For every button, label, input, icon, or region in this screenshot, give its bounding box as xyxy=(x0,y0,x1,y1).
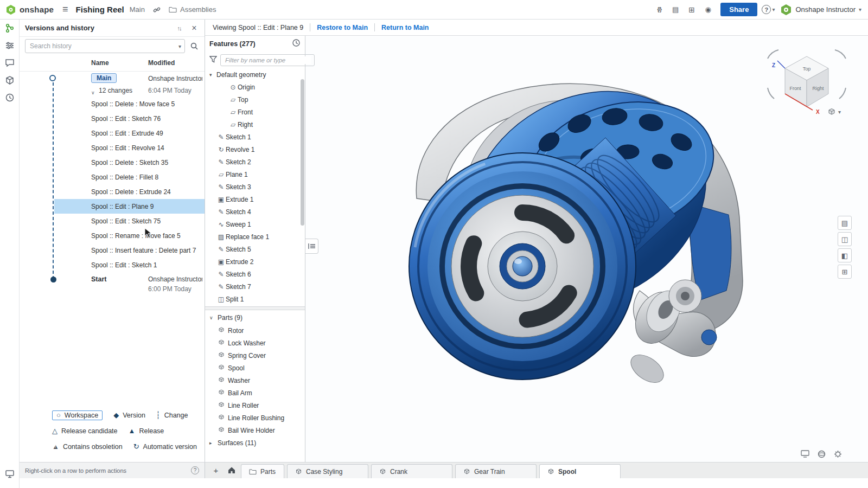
history-search-box[interactable] xyxy=(25,39,185,53)
model-viewport[interactable]: Top Front Right X Z xyxy=(305,36,868,462)
surfaces-section-header[interactable]: Surfaces (11) xyxy=(205,436,305,450)
tree-chevron-icon[interactable] xyxy=(209,72,216,78)
section-view-button[interactable] xyxy=(838,232,852,246)
explode-view-button[interactable] xyxy=(838,265,852,279)
feature-tree-item[interactable]: ▱ Front xyxy=(205,106,305,118)
onshape-logo[interactable]: onshape xyxy=(5,4,54,15)
return-to-main-link[interactable]: Return to Main xyxy=(381,24,429,31)
feature-tree-item[interactable]: ✎ Sketch 2 xyxy=(205,156,305,168)
part-list-item[interactable]: Line Roller Bushing xyxy=(205,412,305,424)
insert-item-icon[interactable] xyxy=(0,37,20,54)
help-menu[interactable] xyxy=(762,5,775,14)
feature-tree-item[interactable]: ✎ Sketch 6 xyxy=(205,268,305,280)
isolate-button[interactable] xyxy=(838,248,852,262)
feature-tree-item[interactable]: ⊙ Origin xyxy=(205,81,305,93)
history-change-row[interactable]: Spool :: Delete : Sketch 35 xyxy=(54,155,205,170)
part-list-item[interactable]: Bail Wire Holder xyxy=(205,424,305,436)
document-tab[interactable]: Case Styling xyxy=(287,464,368,478)
history-change-row[interactable]: Spool :: Edit : Extrude 49 xyxy=(54,126,205,140)
chevron-right-icon[interactable] xyxy=(209,440,216,446)
feature-filter-input[interactable] xyxy=(224,56,311,64)
breadcrumb[interactable]: Assemblies xyxy=(169,5,216,14)
document-tab[interactable]: Spool xyxy=(539,464,621,478)
main-menu-icon[interactable] xyxy=(62,4,68,15)
search-options-chevron-icon[interactable] xyxy=(178,43,181,49)
history-change-row[interactable]: Spool :: Edit : Revolve 14 xyxy=(54,140,205,155)
app-store-icon[interactable] xyxy=(685,3,699,16)
manage-tabs-button[interactable] xyxy=(225,464,238,477)
view-cube[interactable]: Top Front Right X Z xyxy=(768,50,846,115)
monitor-icon[interactable] xyxy=(800,449,810,459)
part-list-item[interactable]: Bail Arm xyxy=(205,387,305,399)
feature-tree-item[interactable]: ▱ Plane 1 xyxy=(205,168,305,181)
comments-icon[interactable] xyxy=(0,54,20,72)
named-views-button[interactable] xyxy=(838,216,852,230)
feature-tree-item[interactable]: ▣ Extrude 2 xyxy=(205,255,305,268)
new-tab-button[interactable] xyxy=(209,464,222,477)
reference-manager-icon[interactable] xyxy=(0,72,20,89)
part-list-item[interactable]: Lock Washer xyxy=(205,337,305,349)
action-history-icon[interactable] xyxy=(0,89,20,106)
feature-tree-item[interactable]: ▱ Top xyxy=(205,93,305,106)
filter-box[interactable] xyxy=(220,54,315,66)
part-list-item[interactable]: Rotor xyxy=(205,324,305,337)
document-title[interactable]: Fishing Reel xyxy=(76,5,124,14)
part-list-item[interactable]: Line Roller xyxy=(205,399,305,412)
screen-share-icon[interactable] xyxy=(0,465,20,483)
learning-center-icon[interactable] xyxy=(701,3,715,16)
feature-tree-item[interactable]: ✎ Sketch 7 xyxy=(205,280,305,293)
history-change-row[interactable]: Spool :: Rename : Move face 5 xyxy=(54,228,205,243)
history-change-row[interactable]: Spool :: Edit : Sketch 1 xyxy=(54,258,205,272)
feature-tree-item[interactable]: ▣ Extrude 1 xyxy=(205,193,305,206)
rollback-history-icon[interactable] xyxy=(292,38,301,49)
status-help-icon[interactable] xyxy=(191,466,199,474)
part-list-item[interactable]: Spool xyxy=(205,362,305,374)
feature-tree-item[interactable]: ↻ Revolve 1 xyxy=(205,143,305,156)
part-list-item[interactable]: Spring Cover xyxy=(205,349,305,362)
parts-section-header[interactable]: Parts (9) xyxy=(205,311,305,324)
featurescript-icon[interactable] xyxy=(652,3,666,16)
feature-tree-item[interactable]: ◫ Split 1 xyxy=(205,293,305,305)
restore-to-main-link[interactable]: Restore to Main xyxy=(317,24,368,31)
user-menu[interactable]: Onshape Instructor xyxy=(780,4,861,16)
gear-icon[interactable] xyxy=(832,449,843,459)
feature-tree-item[interactable]: ✎ Sketch 4 xyxy=(205,206,305,218)
close-panel-icon[interactable] xyxy=(189,23,199,33)
history-change-row[interactable]: Spool :: Edit : Sketch 75 xyxy=(54,214,205,228)
rollback-bar[interactable] xyxy=(205,306,305,310)
sphere-icon[interactable] xyxy=(816,449,827,459)
main-version-badge[interactable]: Main xyxy=(91,73,117,83)
history-change-row[interactable]: Spool :: Insert feature : Delete part 7 xyxy=(54,243,205,258)
chevron-down-icon[interactable] xyxy=(91,87,95,97)
document-tab[interactable]: Parts xyxy=(241,464,284,478)
start-version-row[interactable]: Start Onshape Instructor 6:00 PM Today xyxy=(20,272,205,296)
feature-tree-item[interactable]: ✎ Sketch 1 xyxy=(205,131,305,143)
history-change-row[interactable]: Spool :: Edit : Plane 9 xyxy=(54,199,205,214)
feature-tree-item[interactable]: ▱ Right xyxy=(205,118,305,131)
versions-history-icon[interactable] xyxy=(0,20,20,37)
link-icon[interactable] xyxy=(151,4,162,15)
main-workspace-row[interactable]: Main Onshape Instructor xyxy=(20,72,205,86)
panel-collapse-handle[interactable] xyxy=(305,239,318,254)
search-icon[interactable] xyxy=(189,41,199,51)
feature-tree-item[interactable]: ✎ Sketch 3 xyxy=(205,181,305,193)
feature-tree-item[interactable]: Default geometry xyxy=(205,68,305,81)
changes-toggle-label[interactable]: 12 changes xyxy=(99,87,132,94)
part-list-item[interactable]: Washer xyxy=(205,374,305,387)
workspace-label[interactable]: Main xyxy=(130,5,145,14)
share-button[interactable]: Share xyxy=(720,3,757,16)
filter-icon[interactable] xyxy=(209,55,217,65)
scrollbar-thumb[interactable] xyxy=(301,79,304,226)
feature-tree-item[interactable]: ✎ Sketch 5 xyxy=(205,243,305,255)
history-change-row[interactable]: Spool :: Edit : Sketch 76 xyxy=(54,111,205,126)
document-tab[interactable]: Gear Train xyxy=(455,464,537,478)
search-input[interactable] xyxy=(29,42,178,50)
compare-versions-icon[interactable] xyxy=(174,23,184,33)
notes-icon[interactable] xyxy=(668,3,682,16)
chevron-down-icon[interactable] xyxy=(209,315,216,320)
history-change-row[interactable]: Spool :: Delete : Move face 5 xyxy=(54,97,205,111)
history-change-row[interactable]: Spool :: Delete : Fillet 8 xyxy=(54,170,205,184)
feature-tree-item[interactable]: ∿ Sweep 1 xyxy=(205,218,305,230)
changes-toggle-row[interactable]: 12 changes 6:04 PM Today xyxy=(20,86,205,97)
history-change-row[interactable]: Spool :: Delete : Extrude 24 xyxy=(54,184,205,199)
